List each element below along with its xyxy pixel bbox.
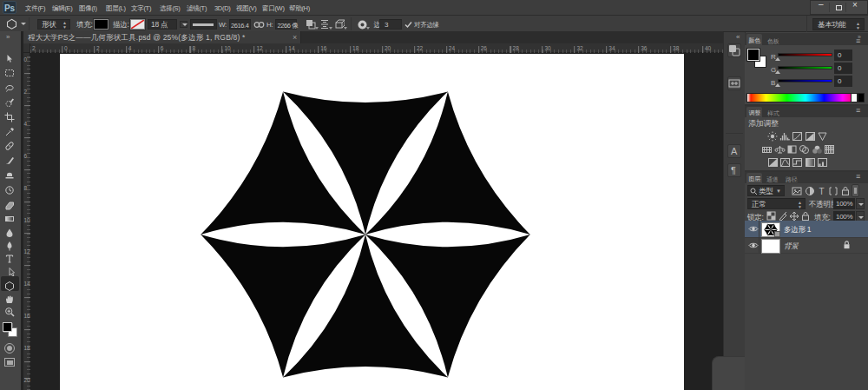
svg-text:T: T: [819, 187, 825, 196]
svg-text:A: A: [731, 146, 738, 156]
svg-text:¶: ¶: [731, 165, 736, 175]
